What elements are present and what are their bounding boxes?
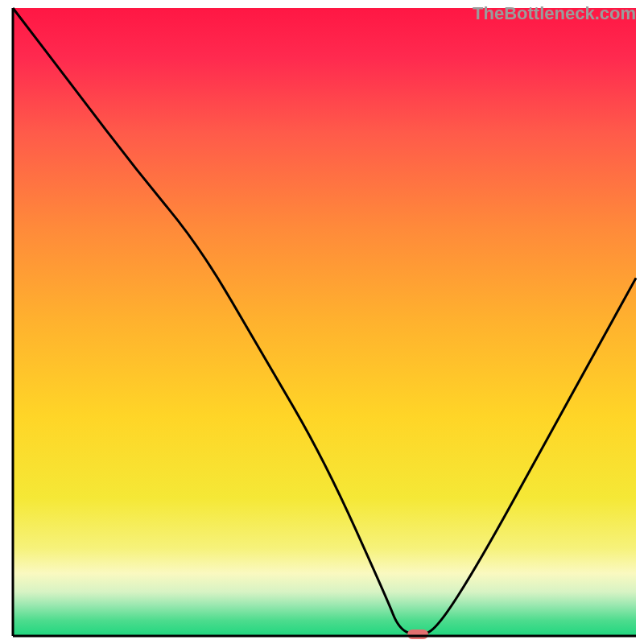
optimal-marker xyxy=(407,630,428,639)
watermark-text: TheBottleneck.com xyxy=(473,3,636,24)
chart-svg xyxy=(0,0,644,644)
plot-background xyxy=(13,8,636,636)
bottleneck-chart: TheBottleneck.com xyxy=(0,0,644,644)
